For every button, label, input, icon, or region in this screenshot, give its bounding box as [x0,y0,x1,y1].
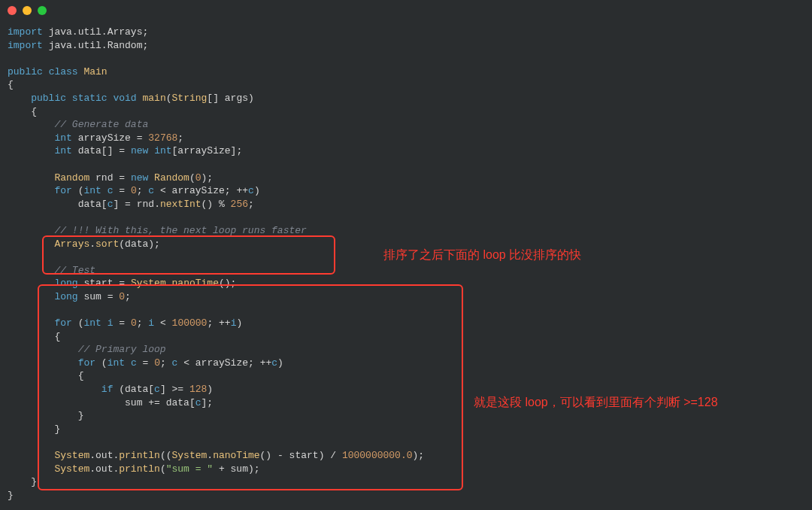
type-arrays: Arrays [54,238,89,250]
paren-close: ) [277,357,283,369]
var-c: c [154,384,160,395]
paren-close: ) [207,384,213,395]
paren-close: ) [236,317,242,329]
paren-open: ( [160,463,166,475]
code-area: import java.util.Arrays; import java.uti… [8,26,804,502]
literal-32768: 32768 [148,132,177,144]
semicolon: ; [125,291,131,302]
keyword-for: for [54,317,71,329]
keyword-long: long [54,291,77,302]
package-path: java.util.Random [49,40,143,51]
op-dot: . [166,278,172,289]
comment: // Generate data [54,119,148,130]
bracket-close: ] [113,199,119,210]
string-literal: "sum = " [166,463,213,475]
window-close-icon[interactable] [8,6,17,15]
paren-open: ( [166,93,172,104]
paren-open: ( [119,384,125,395]
op-assign: = [125,199,131,210]
keyword-class: class [49,66,78,77]
semicolon: ; [207,397,213,408]
semicolon: ; [225,185,231,196]
code-block[interactable]: import java.util.Arrays; import java.uti… [8,26,804,502]
literal-0: 0 [154,357,160,369]
brace-close: } [78,410,84,421]
comment: // Primary loop [78,344,166,355]
paren-close: ) [225,278,231,289]
keyword-static: static [72,93,108,104]
literal-0: 0 [195,172,201,184]
var-rnd: rnd [95,172,113,184]
op-minus: - [277,450,283,461]
literal-0: 0 [119,291,125,302]
var-data: data [78,199,102,210]
keyword-public: public [31,93,66,104]
op-dot: . [89,238,95,250]
window-maximize-icon[interactable] [38,6,47,15]
var-sum: sum [125,397,142,408]
keyword-int: int [54,132,71,144]
op-assign: = [108,291,114,302]
bracket-open: [ [102,199,108,210]
window-minimize-icon[interactable] [23,6,32,15]
var-c: c [271,357,277,369]
brace-open: { [31,106,37,117]
method-sort: sort [95,238,119,250]
bracket-open: [ [148,384,154,395]
literal-0: 0 [131,317,137,329]
semicolon: ; [248,357,254,369]
semicolon: ; [254,463,260,475]
paren-open: ( [119,238,125,250]
literal-1e9: 1000000000.0 [342,450,413,461]
paren-open: ( [160,450,166,461]
op-dot: . [207,450,213,461]
brace-close: } [31,476,37,487]
var-sum: sum [83,291,101,302]
keyword-import: import [8,40,43,51]
paren-open: ( [189,172,195,184]
class-name: Main [83,66,107,77]
keyword-new: new [131,172,148,184]
semicolon: ; [236,145,242,156]
var-data: data [78,145,102,156]
paren-close: ) [248,463,254,475]
type-system: System [54,450,89,461]
op-dot: . [89,463,95,475]
keyword-public: public [8,66,43,77]
var-arraySize: arraySize [172,185,225,196]
var-rnd: rnd [137,199,154,210]
literal-100000: 100000 [172,317,208,329]
literal-128: 128 [189,384,207,395]
var-data: data [125,384,148,395]
paren-close: ) [254,185,260,196]
paren-close: ) [148,238,154,250]
op-dot: . [154,199,160,210]
keyword-for: for [78,357,95,369]
op-assign: = [119,317,125,329]
op-assign: = [143,357,149,369]
var-arraySize: arraySize [177,145,230,156]
semicolon: ; [137,317,143,329]
op-inc: ++ [236,185,248,196]
literal-0: 0 [131,185,137,196]
bracket-close: ] [213,93,219,104]
brace-open: { [54,331,60,342]
bracket-open: [ [207,93,213,104]
paren-open: ( [219,278,225,289]
op-div: / [330,450,336,461]
op-plus: + [219,463,225,475]
comment: // Test [54,265,95,276]
literal-256: 256 [231,199,248,210]
method-nextInt: nextInt [160,199,201,210]
var-c: c [148,185,154,196]
keyword-long: long [54,278,77,289]
type-system: System [131,278,166,289]
semicolon: ; [248,199,254,210]
var-data: data [166,397,189,408]
op-plus-eq: += [148,397,160,408]
keyword-import: import [8,26,43,38]
param-args: args [225,93,248,104]
semicolon: ; [231,278,237,289]
var-c: c [195,397,201,408]
field-out: out [95,463,113,475]
